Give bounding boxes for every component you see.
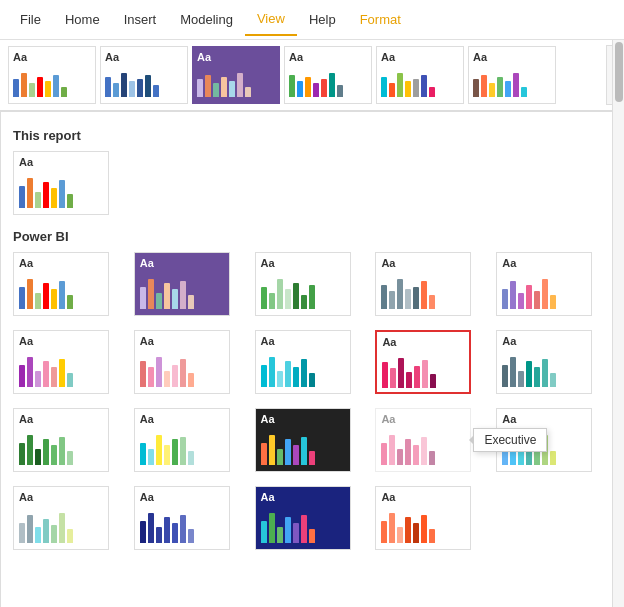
pbi-theme-8[interactable]: Aa [255, 330, 351, 394]
pbi-theme-executive[interactable]: Aa [375, 330, 471, 394]
ribbon-theme-5-label: Aa [381, 51, 459, 63]
this-report-section-title: This report [13, 128, 611, 143]
pbi-theme-13[interactable]: Aa [375, 408, 471, 472]
ribbon-theme-2[interactable]: Aa [100, 46, 188, 104]
panel-scrollbar[interactable] [612, 40, 624, 607]
pbi-theme-14[interactable]: Aa [496, 408, 592, 472]
ribbon-theme-1-label: Aa [13, 51, 91, 63]
power-bi-row-3: Aa Aa [13, 408, 611, 472]
pbi-theme-9[interactable]: Aa [496, 330, 592, 394]
pbi-theme-10[interactable]: Aa [13, 408, 109, 472]
pbi-theme-18[interactable]: Aa [375, 486, 471, 550]
pbi-theme-5[interactable]: Aa [496, 252, 592, 316]
pbi-theme-3[interactable]: Aa [255, 252, 351, 316]
ribbon-theme-1[interactable]: Aa [8, 46, 96, 104]
pbi-theme-1[interactable]: Aa [13, 252, 109, 316]
theme-ribbon: Aa Aa Aa [0, 40, 624, 111]
ribbon-theme-3-label: Aa [197, 51, 275, 63]
this-report-theme-1[interactable]: Aa [13, 151, 109, 215]
ribbon-theme-2-bars [105, 67, 183, 97]
pbi-theme-12-dark[interactable]: Aa [255, 408, 351, 472]
pbi-theme-16[interactable]: Aa [134, 486, 230, 550]
menu-view[interactable]: View [245, 3, 297, 36]
ribbon-theme-2-label: Aa [105, 51, 183, 63]
pbi-theme-7[interactable]: Aa [134, 330, 230, 394]
ribbon-theme-3-bars [197, 67, 275, 97]
pbi-theme-11[interactable]: Aa [134, 408, 230, 472]
pbi-theme-15[interactable]: Aa [13, 486, 109, 550]
menu-modeling[interactable]: Modeling [168, 4, 245, 35]
power-bi-section-title: Power BI [13, 229, 611, 244]
this-report-grid: Aa [13, 151, 611, 215]
ribbon-theme-6[interactable]: Aa [468, 46, 556, 104]
menu-insert[interactable]: Insert [112, 4, 169, 35]
ribbon-theme-6-bars [473, 67, 551, 97]
ribbon-theme-5-bars [381, 67, 459, 97]
pbi-theme-6[interactable]: Aa [13, 330, 109, 394]
ribbon-theme-3[interactable]: Aa [192, 46, 280, 104]
power-bi-row-4: Aa Aa [13, 486, 611, 550]
ribbon-theme-4-label: Aa [289, 51, 367, 63]
pbi-theme-4[interactable]: Aa [375, 252, 471, 316]
pbi-theme-17-dark[interactable]: Aa [255, 486, 351, 550]
ribbon-theme-4[interactable]: Aa [284, 46, 372, 104]
menubar: File Home Insert Modeling View Help Form… [0, 0, 624, 40]
ribbon-theme-5[interactable]: Aa [376, 46, 464, 104]
theme-dropdown-panel: This report Aa Power BI Aa [0, 111, 624, 607]
ribbon-theme-1-bars [13, 67, 91, 97]
ribbon-theme-4-bars [289, 67, 367, 97]
menu-help[interactable]: Help [297, 4, 348, 35]
menu-home[interactable]: Home [53, 4, 112, 35]
scrollbar-thumb [615, 42, 623, 102]
pbi-theme-2[interactable]: Aa [134, 252, 230, 316]
menu-file[interactable]: File [8, 4, 53, 35]
ribbon-theme-6-label: Aa [473, 51, 551, 63]
power-bi-row-1: Aa Aa [13, 252, 611, 316]
power-bi-row-2: Aa Aa [13, 330, 611, 394]
menu-format[interactable]: Format [348, 4, 413, 35]
pbi-theme-executive-tooltip-area: Aa Executive [375, 408, 490, 472]
